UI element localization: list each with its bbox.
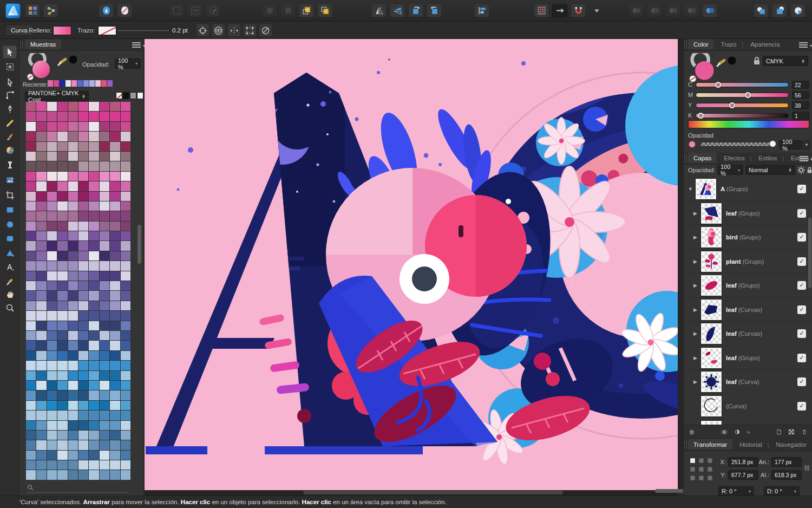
- mirror-nodes-icon[interactable]: [227, 24, 241, 37]
- expand-icon[interactable]: ▶: [693, 259, 697, 264]
- k-slider[interactable]: [696, 113, 789, 118]
- swatch[interactable]: [89, 161, 99, 171]
- swatch[interactable]: [110, 401, 120, 410]
- recent-swatch-3[interactable]: [66, 80, 71, 87]
- swatch[interactable]: [78, 201, 88, 211]
- swatch[interactable]: [121, 390, 130, 400]
- swatch[interactable]: [36, 112, 46, 121]
- spectrum-bar[interactable]: [688, 120, 809, 128]
- y-value-field[interactable]: 38: [792, 101, 809, 109]
- swatch[interactable]: [110, 440, 120, 450]
- swatch[interactable]: [57, 291, 67, 300]
- swatch[interactable]: [100, 440, 109, 450]
- fill-color-swatch[interactable]: [53, 26, 71, 35]
- tab-capas[interactable]: Capas: [688, 153, 717, 163]
- app-logo-icon[interactable]: [5, 3, 21, 18]
- move-tool[interactable]: [3, 45, 17, 58]
- swatch[interactable]: [36, 181, 46, 191]
- swatch[interactable]: [26, 371, 36, 380]
- swatch[interactable]: [36, 222, 46, 231]
- eyedropper-icon[interactable]: [56, 54, 78, 67]
- swatch[interactable]: [78, 241, 88, 250]
- swatch[interactable]: [100, 291, 109, 300]
- adjustment-icon[interactable]: [735, 428, 740, 436]
- ellipse-tool[interactable]: [3, 218, 17, 231]
- swatch[interactable]: [68, 311, 78, 320]
- layer-visibility-checkbox[interactable]: ✓: [797, 209, 806, 218]
- swatch[interactable]: [110, 421, 120, 430]
- swatch[interactable]: [78, 231, 88, 240]
- swatch[interactable]: [47, 431, 57, 440]
- expand-icon[interactable]: ▶: [693, 283, 697, 288]
- swatch[interactable]: [100, 142, 109, 151]
- swatch[interactable]: [78, 331, 88, 340]
- layer-thumbnail[interactable]: [701, 299, 722, 320]
- swatch[interactable]: [78, 102, 88, 111]
- transform-angle-dropdown[interactable]: D: 0 °▾: [764, 486, 800, 496]
- swatch[interactable]: [36, 331, 46, 340]
- swatch[interactable]: [36, 142, 46, 151]
- swatch[interactable]: [78, 222, 88, 231]
- swatch[interactable]: [100, 181, 109, 191]
- swatch[interactable]: [36, 271, 46, 281]
- swatch[interactable]: [57, 222, 67, 231]
- swatch[interactable]: [89, 271, 99, 281]
- swatch[interactable]: [47, 122, 57, 131]
- swatch[interactable]: [68, 251, 78, 260]
- layer-row[interactable]: ▼A (Grupo)✓: [684, 177, 812, 201]
- swatch[interactable]: [26, 211, 36, 220]
- swatch[interactable]: [110, 192, 120, 201]
- swatch[interactable]: [26, 381, 36, 390]
- swatch[interactable]: [110, 241, 120, 250]
- swatch[interactable]: [47, 231, 57, 240]
- swatch[interactable]: [26, 251, 36, 260]
- expand-icon[interactable]: ▶: [693, 355, 697, 361]
- swatch[interactable]: [78, 261, 88, 270]
- stroke-color-swatch[interactable]: [98, 26, 116, 35]
- swatch[interactable]: [68, 291, 78, 300]
- text-tool[interactable]: A: [3, 260, 17, 273]
- swatch[interactable]: [47, 251, 57, 260]
- swatch[interactable]: [78, 181, 88, 191]
- swatch[interactable]: [121, 361, 130, 370]
- swatch[interactable]: [121, 142, 130, 151]
- swatch[interactable]: [100, 311, 109, 320]
- swatch[interactable]: [47, 381, 57, 390]
- c-slider[interactable]: [696, 82, 789, 87]
- swatch[interactable]: [121, 331, 130, 340]
- swatch[interactable]: [26, 201, 36, 211]
- swatch[interactable]: [26, 241, 36, 250]
- swatch[interactable]: [68, 421, 78, 430]
- recent-swatch-0[interactable]: [48, 80, 53, 87]
- swatch[interactable]: [47, 201, 57, 211]
- swatch[interactable]: [47, 112, 57, 121]
- boolean-subtract-icon[interactable]: [647, 4, 662, 17]
- swatch[interactable]: [121, 421, 130, 430]
- transform-origin-icon[interactable]: [196, 24, 209, 37]
- vector-crop-tool[interactable]: [3, 188, 17, 201]
- layer-row[interactable]: ▶plant (Grupo)✓: [684, 250, 812, 274]
- swatch[interactable]: [26, 470, 36, 479]
- swatch[interactable]: [89, 281, 99, 290]
- swatch[interactable]: [89, 201, 99, 211]
- swatch[interactable]: [89, 341, 99, 350]
- slider-knob[interactable]: [698, 113, 704, 119]
- swatch[interactable]: [121, 251, 130, 260]
- swatch[interactable]: [110, 311, 120, 320]
- pen-persona-icon[interactable]: [99, 4, 114, 17]
- swatch[interactable]: [121, 102, 130, 111]
- swatch[interactable]: [57, 142, 67, 151]
- swatch[interactable]: [57, 451, 67, 460]
- swatch[interactable]: [89, 331, 99, 340]
- layer-name[interactable]: plant (Grupo): [726, 258, 764, 265]
- recent-swatch-9[interactable]: [101, 80, 107, 87]
- swatch[interactable]: [68, 440, 78, 450]
- flip-vertical-icon[interactable]: [390, 4, 405, 17]
- layer-row[interactable]: ▶leaf (Curvas)✓: [684, 322, 812, 346]
- swatch[interactable]: [110, 231, 120, 240]
- swatch[interactable]: [57, 241, 67, 250]
- swatch[interactable]: [26, 361, 36, 370]
- color-panel-menu-icon[interactable]: [799, 42, 808, 49]
- swatch[interactable]: [100, 201, 109, 211]
- swatch[interactable]: [36, 291, 46, 300]
